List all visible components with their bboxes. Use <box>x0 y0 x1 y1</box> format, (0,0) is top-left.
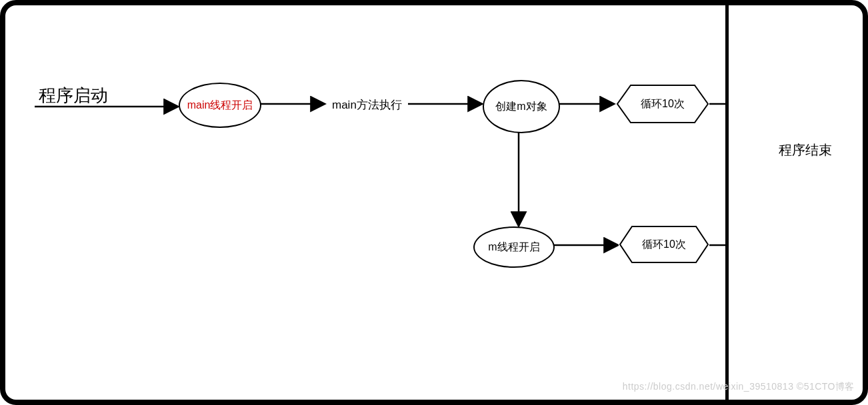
ellipse-m-thread-start: m线程开启 <box>473 226 555 268</box>
end-label: 程序结束 <box>779 141 832 159</box>
connectors <box>5 5 863 400</box>
ellipse-create-m-object: 创建m对象 <box>483 80 560 133</box>
watermark-text: https://blog.csdn.net/weixin_39510813 ©5… <box>623 381 855 393</box>
diagram-canvas: 程序启动 main线程开启 main方法执行 创建m对象 循环10次 m线程开启… <box>0 0 868 405</box>
ellipse-main-thread-start: main线程开启 <box>179 83 261 128</box>
m-thread-start-text: m线程开启 <box>488 240 539 254</box>
sync-bar <box>725 5 729 405</box>
start-label: 程序启动 <box>39 84 108 107</box>
main-thread-start-text: main线程开启 <box>187 99 253 113</box>
main-method-exec-text: main方法执行 <box>332 97 402 113</box>
create-m-object-text: 创建m对象 <box>495 100 547 114</box>
